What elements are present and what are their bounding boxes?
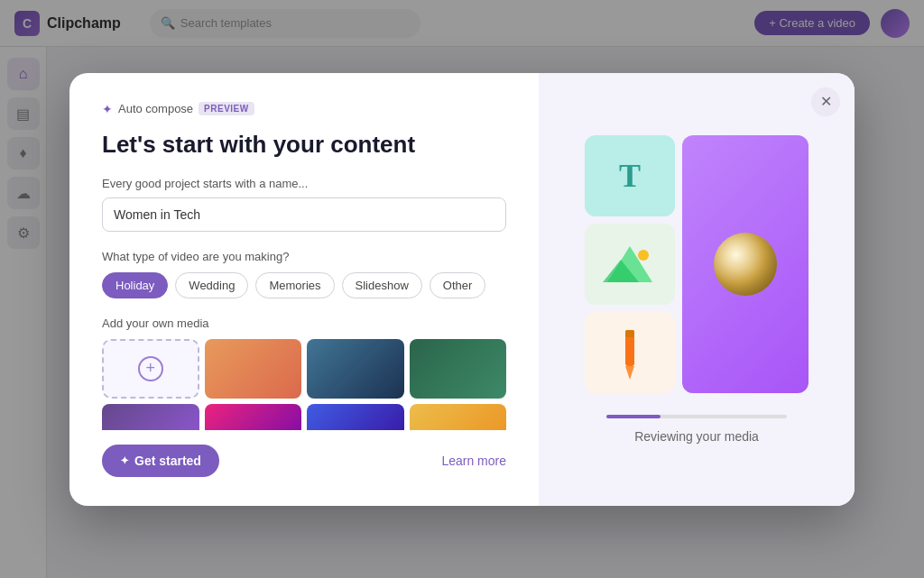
svg-marker-4: [625, 366, 634, 380]
add-circle-icon: +: [138, 356, 163, 381]
reviewing-text: Reviewing your media: [634, 429, 759, 444]
preview-pencil-cell: [585, 312, 675, 393]
auto-compose-modal: ✦ Auto compose PREVIEW Let's start with …: [69, 73, 855, 506]
media-thumb-inner-4: [102, 404, 199, 430]
video-type-buttons: Holiday Wedding Memories Slideshow Other: [102, 272, 506, 298]
get-started-button[interactable]: ✦ Get started: [102, 445, 219, 477]
media-thumb-2[interactable]: [307, 339, 404, 399]
type-btn-other[interactable]: Other: [430, 272, 486, 298]
media-thumb-inner-5: [205, 404, 302, 430]
svg-point-2: [638, 250, 649, 261]
modal-overlay: ✦ Auto compose PREVIEW Let's start with …: [0, 0, 924, 578]
media-thumb-3[interactable]: [410, 339, 507, 399]
media-thumb-7[interactable]: [410, 404, 507, 430]
preview-sphere: [714, 233, 777, 296]
preview-text-cell: T: [585, 135, 675, 216]
type-btn-memories[interactable]: Memories: [255, 272, 334, 298]
media-grid: +: [102, 339, 506, 430]
modal-title: Let's start with your content: [102, 131, 506, 159]
media-thumb-inner-2: [307, 339, 404, 399]
media-thumb-inner-1: [205, 339, 302, 399]
preview-purple-cell: [682, 135, 808, 393]
type-btn-slideshow[interactable]: Slideshow: [342, 272, 422, 298]
modal-left-panel: ✦ Auto compose PREVIEW Let's start with …: [69, 73, 539, 506]
preview-t-icon: T: [619, 157, 641, 195]
media-thumb-5[interactable]: [205, 404, 302, 430]
badge-preview: PREVIEW: [199, 102, 254, 115]
media-thumb-6[interactable]: [307, 404, 404, 430]
modal-right-panel: ✕ T: [539, 73, 855, 506]
type-btn-holiday[interactable]: Holiday: [102, 272, 168, 298]
video-type-label: What type of video are you making?: [102, 250, 506, 263]
media-thumb-1[interactable]: [205, 339, 302, 399]
get-started-icon: ✦: [120, 454, 129, 467]
name-field-label: Every good project starts with a name...: [102, 177, 506, 190]
close-button[interactable]: ✕: [811, 87, 840, 116]
svg-rect-5: [625, 330, 634, 337]
mountain-icon: [603, 242, 657, 287]
learn-more-link[interactable]: Learn more: [441, 454, 506, 468]
media-thumb-inner-3: [410, 339, 507, 399]
media-thumb-4[interactable]: [102, 404, 199, 430]
type-btn-wedding[interactable]: Wedding: [175, 272, 248, 298]
media-thumb-inner-6: [307, 404, 404, 430]
project-name-input[interactable]: [102, 197, 506, 232]
progress-bar-fill: [606, 415, 661, 418]
auto-compose-icon: ✦: [102, 102, 113, 116]
get-started-label: Get started: [134, 454, 201, 468]
preview-mountain-cell: [585, 224, 675, 305]
modal-footer: ✦ Get started Learn more: [102, 445, 506, 477]
auto-compose-badge: ✦ Auto compose PREVIEW: [102, 102, 506, 116]
progress-bar-container: [606, 415, 787, 418]
media-label: Add your own media: [102, 317, 506, 330]
media-add-button[interactable]: +: [102, 339, 199, 399]
badge-label: Auto compose: [118, 102, 193, 115]
pencil-icon: [612, 326, 648, 380]
preview-grid: T: [585, 135, 808, 393]
media-thumb-inner-7: [410, 404, 507, 430]
